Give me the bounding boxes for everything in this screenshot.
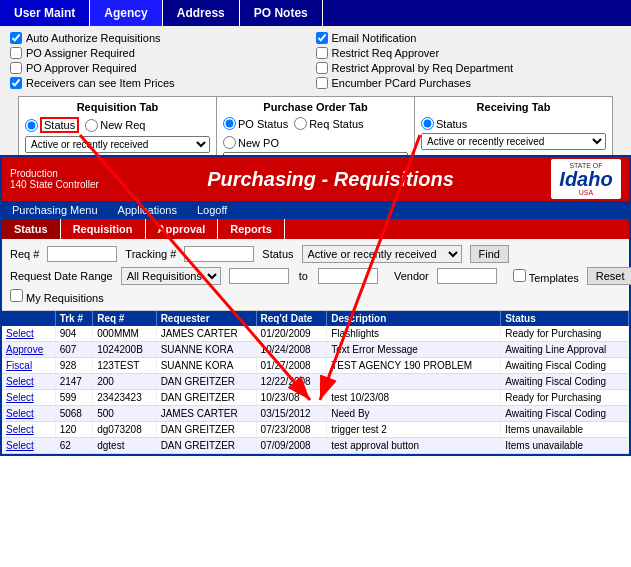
tab-agency[interactable]: Agency — [90, 0, 162, 26]
idaho-name: Idaho — [559, 169, 613, 189]
tab-address[interactable]: Address — [163, 0, 240, 26]
reset-button[interactable]: Reset — [587, 267, 631, 285]
req-tab-dropdown-container: Active or recently received — [25, 136, 210, 153]
row-trk: 5068 — [55, 406, 93, 422]
table-container: Trk # Req # Requester Req'd Date Descrip… — [2, 311, 629, 454]
po-req-status-option[interactable]: Req Status — [294, 117, 363, 130]
auto-authorize-label[interactable]: Auto Authorize Requisitions — [10, 32, 316, 44]
row-req-date: 03/15/2012 — [256, 406, 327, 422]
restrict-approval-checkbox[interactable] — [316, 62, 328, 74]
email-notification-checkbox[interactable] — [316, 32, 328, 44]
req-tab-requisition[interactable]: Requisition — [61, 219, 146, 239]
logoff-link[interactable]: Logoff — [197, 204, 227, 216]
row-requester: DAN GREITZER — [156, 438, 256, 454]
date-range-dropdown[interactable]: All Requisitions — [121, 267, 221, 285]
table-row: Approve 607 1024200B SUANNE KORA 10/24/2… — [2, 342, 629, 358]
po-req-status-radio[interactable] — [294, 117, 307, 130]
req-tab-options: Status New Req — [25, 117, 210, 133]
row-trk: 904 — [55, 326, 93, 342]
vendor-label: Vendor — [394, 270, 429, 282]
receiving-tab-dropdown[interactable]: Active or recently received — [421, 133, 606, 150]
row-action[interactable]: Approve — [2, 342, 55, 358]
row-description: Text Error Message — [327, 342, 501, 358]
row-description: TEST AGENCY 190 PROBLEM — [327, 358, 501, 374]
row-req-date: 10/24/2008 — [256, 342, 327, 358]
vendor-input[interactable] — [437, 268, 497, 284]
tab-user-maint[interactable]: User Maint — [0, 0, 90, 26]
auto-authorize-checkbox[interactable] — [10, 32, 22, 44]
row-description: test approval button — [327, 438, 501, 454]
row-trk: 928 — [55, 358, 93, 374]
row-description: Need By — [327, 406, 501, 422]
row-description — [327, 374, 501, 390]
po-status-radio[interactable] — [223, 117, 236, 130]
row-req-date: 12/22/2008 — [256, 374, 327, 390]
po-approver-label[interactable]: PO Approver Required — [10, 62, 316, 74]
req-tab-title: Requisition Tab — [25, 101, 210, 113]
po-status-option[interactable]: PO Status — [223, 117, 288, 130]
filter-row-2: Request Date Range All Requisitions to V… — [10, 267, 621, 285]
req-status-radio[interactable] — [25, 119, 38, 132]
receiving-status-option[interactable]: Status — [421, 117, 467, 130]
encumber-pcard-label[interactable]: Encumber PCard Purchases — [316, 77, 622, 89]
po-new-po-radio[interactable] — [223, 136, 236, 149]
tracking-num-input[interactable] — [184, 246, 254, 262]
tracking-num-label: Tracking # — [125, 248, 176, 260]
find-button[interactable]: Find — [470, 245, 509, 263]
table-body: Select 904 000MMM JAMES CARTER 01/20/200… — [2, 326, 629, 454]
row-action[interactable]: Select — [2, 326, 55, 342]
req-num-input[interactable] — [47, 246, 117, 262]
restrict-approval-label[interactable]: Restrict Approval by Req Department — [316, 62, 622, 74]
req-new-req-option[interactable]: New Req — [85, 119, 145, 132]
req-tab-approval[interactable]: Approval — [146, 219, 219, 239]
status-filter-dropdown[interactable]: Active or recently received All Closed — [302, 245, 462, 263]
restrict-req-approver-checkbox[interactable] — [316, 47, 328, 59]
email-notification-label[interactable]: Email Notification — [316, 32, 622, 44]
restrict-req-approver-label[interactable]: Restrict Req Approver — [316, 47, 622, 59]
receiving-status-radio[interactable] — [421, 117, 434, 130]
row-action[interactable]: Select — [2, 390, 55, 406]
row-req: 200 — [93, 374, 156, 390]
encumber-pcard-checkbox[interactable] — [316, 77, 328, 89]
templates-label[interactable]: Templates — [513, 269, 579, 284]
date-range-label: Request Date Range — [10, 270, 113, 282]
controller-label: 140 State Controller — [10, 179, 110, 190]
top-navigation: User Maint Agency Address PO Notes — [0, 0, 631, 26]
row-req-date: 01/27/2008 — [256, 358, 327, 374]
req-tab-dropdown[interactable]: Active or recently received — [25, 136, 210, 153]
row-trk: 120 — [55, 422, 93, 438]
req-new-req-radio[interactable] — [85, 119, 98, 132]
row-action[interactable]: Select — [2, 374, 55, 390]
row-action[interactable]: Select — [2, 406, 55, 422]
row-requester: DAN GREITZER — [156, 422, 256, 438]
po-tab-options: PO Status Req Status New PO — [223, 117, 408, 149]
row-description: trigger test 2 — [327, 422, 501, 438]
receivers-see-prices-checkbox[interactable] — [10, 77, 22, 89]
req-status-option[interactable]: Status — [25, 117, 79, 133]
my-req-label[interactable]: My Requisitions — [10, 292, 104, 304]
req-tab-status[interactable]: Status — [2, 219, 61, 239]
receivers-see-prices-label[interactable]: Receivers can see Item Prices — [10, 77, 316, 89]
table-header: Trk # Req # Requester Req'd Date Descrip… — [2, 311, 629, 326]
po-assigner-checkbox[interactable] — [10, 47, 22, 59]
po-approver-checkbox[interactable] — [10, 62, 22, 74]
purchasing-menu-link[interactable]: Purchasing Menu — [12, 204, 98, 216]
row-description: test 10/23/08 — [327, 390, 501, 406]
row-status: Awaiting Fiscal Coding — [501, 406, 629, 422]
my-req-checkbox[interactable] — [10, 289, 23, 302]
req-tab-reports[interactable]: Reports — [218, 219, 285, 239]
row-action[interactable]: Fiscal — [2, 358, 55, 374]
tab-po-notes[interactable]: PO Notes — [240, 0, 323, 26]
po-new-po-option[interactable]: New PO — [223, 136, 279, 149]
my-req-row: My Requisitions — [10, 289, 621, 304]
applications-link[interactable]: Applications — [118, 204, 177, 216]
date-from-input[interactable] — [229, 268, 289, 284]
date-to-input[interactable] — [318, 268, 378, 284]
row-action[interactable]: Select — [2, 422, 55, 438]
row-status: Awaiting Fiscal Coding — [501, 374, 629, 390]
idaho-logo-box: STATE OF Idaho USA — [551, 159, 621, 199]
to-label: to — [299, 270, 308, 282]
templates-checkbox[interactable] — [513, 269, 526, 282]
po-assigner-label[interactable]: PO Assigner Required — [10, 47, 316, 59]
row-action[interactable]: Select — [2, 438, 55, 454]
